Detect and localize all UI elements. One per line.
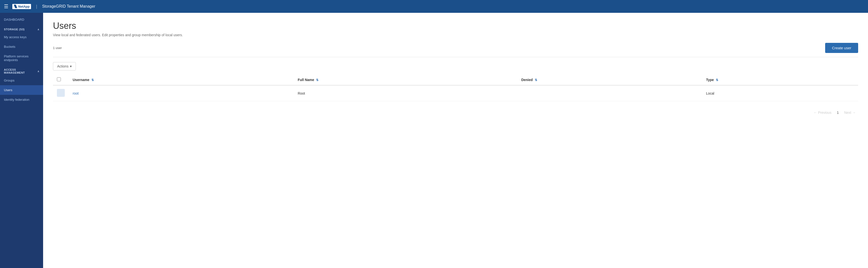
my-access-keys-label: My access keys <box>4 35 27 39</box>
col-type: Type ⇅ <box>702 75 858 85</box>
row-type-col: Local <box>702 85 858 101</box>
previous-button[interactable]: ← Previous <box>811 109 834 116</box>
main-layout: DASHBOARD STORAGE (S3) ∧ My access keys … <box>0 13 868 268</box>
next-arrow-icon: → <box>852 111 856 115</box>
sidebar-section-storage: STORAGE (S3) ∧ <box>0 24 43 32</box>
user-count: 1 user <box>53 46 62 50</box>
create-user-button[interactable]: Create user <box>825 43 858 53</box>
next-label: Next <box>844 111 851 115</box>
nav-divider: | <box>36 4 37 9</box>
row-type: Local <box>706 91 714 95</box>
username-sort-icon[interactable]: ⇅ <box>91 78 94 82</box>
platform-services-endpoints-label: Platform services endpoints <box>4 54 39 62</box>
table-header: Username ⇅ Full Name ⇅ Denied ⇅ Type ⇅ <box>53 75 858 85</box>
storage-chevron: ∧ <box>37 28 39 31</box>
page-subtitle: View local and federated users. Edit pro… <box>53 33 858 37</box>
row-username-col: root <box>69 85 294 101</box>
select-all-checkbox[interactable] <box>57 77 61 81</box>
netapp-logo: NetApp <box>12 4 31 9</box>
col-denied: Denied ⇅ <box>517 75 702 85</box>
brand: NetApp | StorageGRID Tenant Manager <box>12 4 95 9</box>
main-content: Users View local and federated users. Ed… <box>43 13 868 268</box>
groups-label: Groups <box>4 79 14 82</box>
sidebar-item-my-access-keys[interactable]: My access keys <box>0 32 43 42</box>
pagination: ← Previous 1 Next → <box>53 109 858 116</box>
row-user-icon <box>57 89 65 97</box>
table-body: root Root Local <box>53 85 858 101</box>
denied-sort-icon[interactable]: ⇅ <box>535 78 537 82</box>
identity-federation-label: Identity federation <box>4 98 29 101</box>
sidebar-item-platform-services-endpoints[interactable]: Platform services endpoints <box>0 52 43 65</box>
col-username-label: Username <box>73 78 89 82</box>
row-fullname-col: Root <box>294 85 517 101</box>
username-link[interactable]: root <box>73 91 79 95</box>
row-checkbox-col <box>53 85 69 101</box>
col-fullname-label: Full Name <box>298 78 314 82</box>
col-denied-label: Denied <box>521 78 533 82</box>
netapp-logo-icon <box>14 5 17 8</box>
actions-label: Actions <box>57 64 68 68</box>
storage-section-label: STORAGE (S3) <box>4 28 25 31</box>
sidebar-item-users[interactable]: Users <box>0 85 43 95</box>
current-page: 1 <box>836 111 840 115</box>
actions-chevron-icon: ▾ <box>70 64 72 68</box>
row-fullname: Root <box>298 91 305 95</box>
sidebar-item-groups[interactable]: Groups <box>0 76 43 85</box>
access-section-label: ACCESS MANAGEMENT <box>4 68 37 74</box>
row-denied-col <box>517 85 702 101</box>
next-button[interactable]: Next → <box>842 109 858 116</box>
table-row: root Root Local <box>53 85 858 101</box>
users-label: Users <box>4 88 12 92</box>
sidebar-section-access-management: ACCESS MANAGEMENT ∧ <box>0 65 43 76</box>
actions-row: Actions ▾ <box>53 62 858 70</box>
toolbar-row: 1 user Create user <box>53 43 858 57</box>
sidebar: DASHBOARD STORAGE (S3) ∧ My access keys … <box>0 13 43 268</box>
fullname-sort-icon[interactable]: ⇅ <box>316 78 318 82</box>
app-title: StorageGRID Tenant Manager <box>42 4 95 9</box>
actions-button[interactable]: Actions ▾ <box>53 62 76 70</box>
access-chevron: ∧ <box>37 70 39 73</box>
buckets-label: Buckets <box>4 45 15 49</box>
select-all-col <box>53 75 69 85</box>
hamburger-menu[interactable]: ☰ <box>4 3 8 9</box>
col-username: Username ⇅ <box>69 75 294 85</box>
page-title: Users <box>53 21 858 31</box>
brand-name: NetApp <box>18 5 30 8</box>
prev-arrow-icon: ← <box>813 111 817 115</box>
users-table: Username ⇅ Full Name ⇅ Denied ⇅ Type ⇅ <box>53 75 858 101</box>
type-sort-icon[interactable]: ⇅ <box>716 78 718 82</box>
dashboard-label: DASHBOARD <box>4 18 24 22</box>
sidebar-item-buckets[interactable]: Buckets <box>0 42 43 52</box>
previous-label: Previous <box>818 111 831 115</box>
sidebar-item-identity-federation[interactable]: Identity federation <box>0 95 43 105</box>
col-fullname: Full Name ⇅ <box>294 75 517 85</box>
top-navigation: ☰ NetApp | StorageGRID Tenant Manager <box>0 0 868 13</box>
col-type-label: Type <box>706 78 714 82</box>
sidebar-item-dashboard[interactable]: DASHBOARD <box>0 15 43 24</box>
